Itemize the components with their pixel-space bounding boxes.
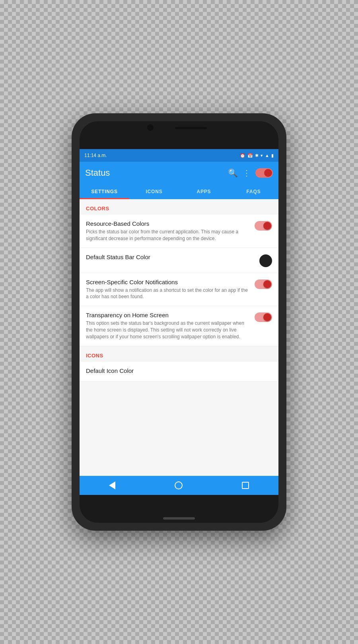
tab-bar: SETTINGS ICONS APPS FAQS	[80, 184, 278, 199]
setting-resource-based-colors-action	[255, 221, 272, 231]
setting-default-status-bar-color[interactable]: Default Status Bar Color	[80, 248, 278, 273]
screen-content: 11:14 a.m. ⏰ 📅 ✱ ▾ ▲ ▮ Status 🔍 ⋮	[80, 149, 278, 495]
more-options-icon[interactable]: ⋮	[243, 168, 251, 178]
setting-default-status-bar-color-title: Default Status Bar Color	[86, 254, 255, 260]
nav-bar	[80, 476, 278, 495]
camera	[147, 124, 154, 131]
tab-apps[interactable]: APPS	[179, 184, 229, 199]
app-title: Status	[85, 168, 110, 178]
setting-default-icon-color-text: Default Icon Color	[86, 367, 267, 376]
default-color-dot[interactable]	[259, 254, 272, 267]
calendar-icon: 📅	[247, 153, 253, 158]
setting-resource-based-colors-desc: Picks the status bar color from the curr…	[86, 229, 250, 242]
app-bar-actions: 🔍 ⋮	[228, 168, 273, 178]
setting-transparency-text: Transparency on Home Screen This option …	[86, 312, 250, 340]
setting-screen-specific-desc: The app will show a notification as a sh…	[86, 287, 250, 301]
setting-resource-based-colors[interactable]: Resource-Based Colors Picks the status b…	[80, 215, 278, 248]
tab-faqs[interactable]: FAQS	[229, 184, 278, 199]
resource-based-colors-toggle[interactable]	[255, 221, 272, 231]
setting-screen-specific-action	[255, 279, 272, 289]
colors-section-header: COLORS	[80, 199, 278, 215]
content-area: COLORS Resource-Based Colors Picks the s…	[80, 199, 278, 476]
phone-device: 11:14 a.m. ⏰ 📅 ✱ ▾ ▲ ▮ Status 🔍 ⋮	[72, 113, 286, 531]
home-bar	[163, 517, 195, 520]
setting-transparency-home-screen[interactable]: Transparency on Home Screen This option …	[80, 306, 278, 346]
setting-transparency-desc: This option sets the status bar's backgr…	[86, 320, 250, 340]
alarm-icon: ⏰	[240, 153, 245, 158]
search-icon[interactable]: 🔍	[228, 168, 238, 178]
setting-default-icon-color-title: Default Icon Color	[86, 367, 267, 374]
setting-screen-specific-title: Screen-Specific Color Notifications	[86, 279, 250, 285]
setting-screen-specific-text: Screen-Specific Color Notifications The …	[86, 279, 250, 301]
phone-screen: 11:14 a.m. ⏰ 📅 ✱ ▾ ▲ ▮ Status 🔍 ⋮	[80, 121, 278, 523]
icons-section-header: ICONS	[80, 346, 278, 362]
transparency-toggle[interactable]	[255, 312, 272, 322]
global-toggle[interactable]	[255, 168, 273, 178]
wifi-icon: ▾	[261, 153, 263, 158]
setting-resource-based-colors-title: Resource-Based Colors	[86, 220, 250, 227]
speaker	[175, 127, 207, 129]
battery-icon: ▮	[271, 153, 274, 158]
app-bar: Status 🔍 ⋮	[80, 162, 278, 184]
bluetooth-icon: ✱	[255, 153, 259, 158]
tab-settings[interactable]: SETTINGS	[80, 184, 129, 199]
setting-transparency-action	[255, 312, 272, 322]
nav-recents-button[interactable]	[242, 482, 249, 489]
nav-home-button[interactable]	[175, 481, 183, 489]
setting-default-icon-color[interactable]: Default Icon Color	[80, 362, 278, 382]
setting-resource-based-colors-text: Resource-Based Colors Picks the status b…	[86, 220, 250, 242]
setting-transparency-title: Transparency on Home Screen	[86, 312, 250, 318]
setting-screen-specific-color-notifications[interactable]: Screen-Specific Color Notifications The …	[80, 273, 278, 306]
status-bar: 11:14 a.m. ⏰ 📅 ✱ ▾ ▲ ▮	[80, 149, 278, 162]
status-time: 11:14 a.m.	[84, 153, 107, 158]
screen-specific-toggle[interactable]	[255, 279, 272, 289]
status-icons: ⏰ 📅 ✱ ▾ ▲ ▮	[240, 153, 274, 158]
setting-default-status-bar-color-text: Default Status Bar Color	[86, 254, 255, 262]
tab-icons[interactable]: ICONS	[129, 184, 179, 199]
setting-default-status-bar-color-action	[259, 254, 272, 267]
signal-icon: ▲	[265, 153, 269, 158]
nav-back-button[interactable]	[109, 481, 115, 489]
